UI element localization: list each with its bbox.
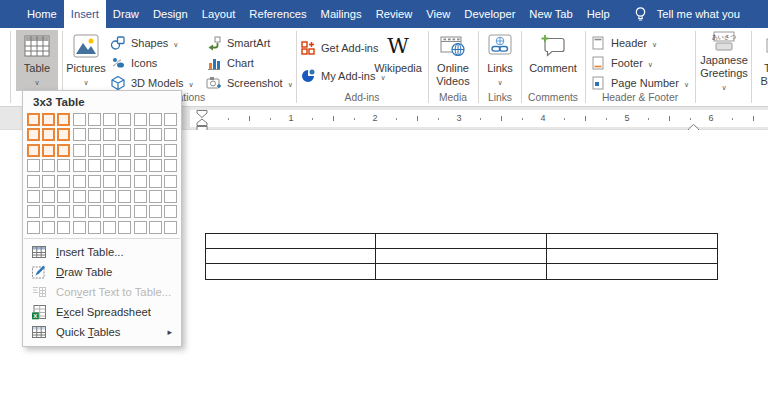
table-size-cell-5x5[interactable] [88, 175, 101, 188]
tab-review[interactable]: Review [369, 0, 420, 28]
smartart-button[interactable]: SmartArt [206, 33, 293, 53]
table-size-cell-2x4[interactable] [73, 128, 86, 141]
tab-help[interactable]: Help [580, 0, 617, 28]
table-size-cell-3x3[interactable] [57, 144, 70, 157]
table-size-cell-7x6[interactable] [103, 205, 116, 218]
table-size-cell-3x1[interactable] [27, 144, 40, 157]
table-size-cell-5x3[interactable] [57, 175, 70, 188]
table-size-cell-3x4[interactable] [73, 144, 86, 157]
table-size-cell-4x4[interactable] [73, 159, 86, 172]
table-size-cell-2x6[interactable] [103, 128, 116, 141]
menu-item-insert-table[interactable]: Insert Table... [23, 242, 181, 262]
icons-button[interactable]: Icons [110, 53, 194, 73]
table-size-cell-4x9[interactable] [149, 159, 162, 172]
table-size-cell-6x4[interactable] [73, 190, 86, 203]
table-size-cell-5x8[interactable] [134, 175, 147, 188]
links-button[interactable]: Links [481, 30, 519, 90]
table-size-cell-1x6[interactable] [103, 113, 116, 126]
tab-mailings[interactable]: Mailings [314, 0, 369, 28]
document-table-cell-r3c3[interactable] [547, 264, 717, 279]
table-size-cell-2x7[interactable] [118, 128, 131, 141]
text-box-button[interactable]: A Text Box [753, 30, 768, 90]
table-size-cell-2x1[interactable] [27, 128, 40, 141]
table-size-cell-1x5[interactable] [88, 113, 101, 126]
table-size-cell-8x9[interactable] [149, 221, 162, 234]
table-size-cell-4x3[interactable] [57, 159, 70, 172]
table-size-cell-6x9[interactable] [149, 190, 162, 203]
table-size-cell-1x3[interactable] [57, 113, 70, 126]
table-size-cell-7x1[interactable] [27, 205, 40, 218]
table-size-cell-3x7[interactable] [118, 144, 131, 157]
table-size-cell-8x10[interactable] [164, 221, 177, 234]
tab-developer[interactable]: Developer [457, 0, 522, 28]
tab-draw[interactable]: Draw [106, 0, 146, 28]
table-size-cell-6x6[interactable] [103, 190, 116, 203]
table-size-cell-4x7[interactable] [118, 159, 131, 172]
table-size-cell-4x1[interactable] [27, 159, 40, 172]
table-size-cell-7x10[interactable] [164, 205, 177, 218]
table-size-cell-6x3[interactable] [57, 190, 70, 203]
table-size-cell-7x8[interactable] [134, 205, 147, 218]
table-size-cell-8x4[interactable] [73, 221, 86, 234]
table-size-cell-8x5[interactable] [88, 221, 101, 234]
table-size-cell-4x2[interactable] [42, 159, 55, 172]
document-table-cell-r2c2[interactable] [376, 249, 546, 264]
document-table-cell-r1c3[interactable] [547, 234, 717, 249]
menu-item-quick-tables[interactable]: Quick Tables▸ [23, 322, 181, 342]
table-size-cell-7x3[interactable] [57, 205, 70, 218]
wikipedia-button[interactable]: W Wikipedia [370, 30, 426, 90]
table-size-cell-1x8[interactable] [134, 113, 147, 126]
tab-insert[interactable]: Insert [64, 0, 106, 28]
table-size-cell-4x8[interactable] [134, 159, 147, 172]
tab-design[interactable]: Design [146, 0, 195, 28]
table-size-cell-2x8[interactable] [134, 128, 147, 141]
table-size-cell-7x5[interactable] [88, 205, 101, 218]
table-size-cell-1x7[interactable] [118, 113, 131, 126]
table-size-cell-2x10[interactable] [164, 128, 177, 141]
document-table-cell-r2c3[interactable] [547, 249, 717, 264]
pictures-button[interactable]: Pictures [63, 30, 109, 90]
table-size-cell-8x1[interactable] [27, 221, 40, 234]
table-size-cell-1x10[interactable] [164, 113, 177, 126]
table-size-cell-5x9[interactable] [149, 175, 162, 188]
tab-new-tab[interactable]: New Tab [522, 0, 579, 28]
table-size-cell-8x6[interactable] [103, 221, 116, 234]
table-size-cell-7x4[interactable] [73, 205, 86, 218]
table-size-cell-4x5[interactable] [88, 159, 101, 172]
table-size-cell-6x5[interactable] [88, 190, 101, 203]
table-size-cell-3x5[interactable] [88, 144, 101, 157]
table-size-cell-5x4[interactable] [73, 175, 86, 188]
table-size-cell-6x10[interactable] [164, 190, 177, 203]
table-size-cell-5x2[interactable] [42, 175, 55, 188]
document-table-cell-r2c1[interactable] [206, 249, 376, 264]
table-size-cell-6x1[interactable] [27, 190, 40, 203]
table-size-cell-1x9[interactable] [149, 113, 162, 126]
japanese-greetings-button[interactable]: あいさつ Japanese Greetings [698, 30, 750, 90]
online-videos-button[interactable]: Online Videos [429, 30, 477, 90]
table-size-cell-1x1[interactable] [27, 113, 40, 126]
table-size-cell-2x9[interactable] [149, 128, 162, 141]
table-size-cell-8x8[interactable] [134, 221, 147, 234]
table-size-cell-7x7[interactable] [118, 205, 131, 218]
inserted-table[interactable] [205, 233, 718, 280]
menu-item-convert-text-to-table[interactable]: Convert Text to Table... [23, 282, 181, 302]
document-table-cell-r3c2[interactable] [376, 264, 546, 279]
table-size-cell-6x7[interactable] [118, 190, 131, 203]
table-size-cell-3x9[interactable] [149, 144, 162, 157]
tell-me-button[interactable]: Tell me what you [633, 0, 740, 28]
table-size-cell-2x3[interactable] [57, 128, 70, 141]
menu-item-excel-spreadsheet[interactable]: XExcel Spreadsheet [23, 302, 181, 322]
table-size-cell-5x1[interactable] [27, 175, 40, 188]
tab-layout[interactable]: Layout [195, 0, 243, 28]
table-size-cell-4x10[interactable] [164, 159, 177, 172]
document-table-cell-r1c1[interactable] [206, 234, 376, 249]
table-size-cell-5x7[interactable] [118, 175, 131, 188]
table-size-cell-1x2[interactable] [42, 113, 55, 126]
footer-button[interactable]: Footer [590, 53, 689, 73]
comment-button[interactable]: Comment [523, 30, 583, 90]
table-size-cell-2x2[interactable] [42, 128, 55, 141]
page-number-button[interactable]: Page Number [590, 73, 689, 93]
table-size-cell-1x4[interactable] [73, 113, 86, 126]
table-size-cell-2x5[interactable] [88, 128, 101, 141]
table-size-cell-6x2[interactable] [42, 190, 55, 203]
